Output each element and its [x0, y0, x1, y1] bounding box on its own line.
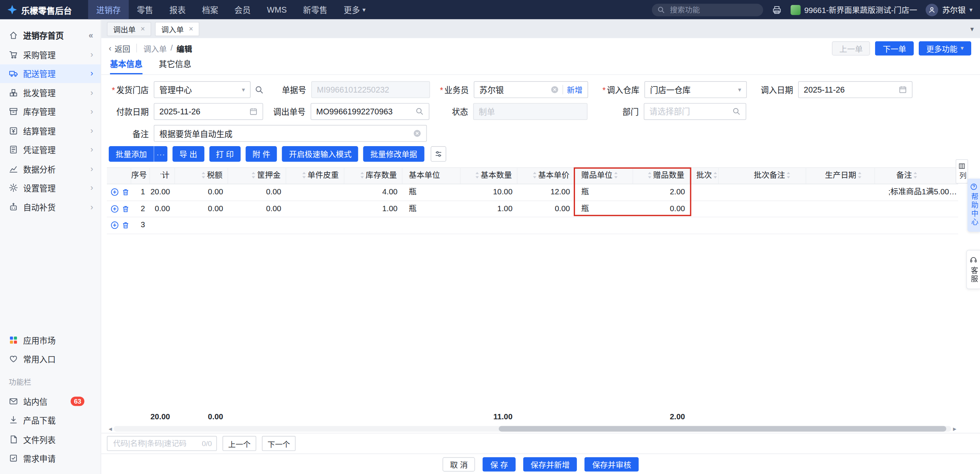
sidebar-item-distribution[interactable]: 配送管理›	[0, 64, 101, 83]
col-basket-deposit[interactable]: 筐押金	[228, 168, 286, 184]
scrollbar-thumb[interactable]	[499, 426, 946, 432]
nav-item-more[interactable]: 更多▾	[336, 0, 374, 20]
col-gift-qty[interactable]: 赠品数量	[633, 168, 690, 184]
sidebar-item-analytics[interactable]: 数据分析›	[0, 159, 101, 178]
nav-item-inventory[interactable]: 进销存	[88, 0, 129, 20]
cell-batch[interactable]	[690, 184, 719, 200]
cell-stock-qty[interactable]: 1.00	[345, 201, 403, 217]
close-icon[interactable]: ×	[140, 25, 145, 33]
doc-tab-transfer-out[interactable]: 调出单 ×	[107, 21, 151, 36]
cell-remark[interactable]: ;标准商品1满5.00…	[875, 184, 958, 200]
batch-edit-button[interactable]: 批量修改单据	[363, 146, 424, 162]
cell-tare[interactable]	[286, 201, 345, 217]
more-actions-button[interactable]: 更多功能 ▾	[919, 41, 971, 55]
collapse-sidebar-icon[interactable]: «	[88, 30, 93, 39]
in-date-field[interactable]	[798, 81, 913, 98]
cell-batch-remark[interactable]	[719, 217, 807, 233]
col-seq[interactable]: 序号	[131, 168, 150, 184]
cell-total[interactable]: 0.00	[150, 201, 175, 217]
cell-gift-qty[interactable]: 0.00	[633, 201, 690, 217]
col-base-unit[interactable]: 基本单位	[402, 168, 461, 184]
nav-item-new-retail[interactable]: 新零售	[295, 0, 335, 20]
salesman-input[interactable]	[479, 85, 547, 94]
pay-date-input[interactable]	[159, 107, 245, 116]
nav-item-wms[interactable]: WMS	[259, 0, 295, 20]
cell-batch-remark[interactable]	[719, 184, 807, 200]
out-doc-no-field[interactable]	[310, 103, 429, 120]
add-row-icon[interactable]	[111, 221, 119, 229]
save-and-new-button[interactable]: 保存并新增	[523, 457, 577, 471]
doc-tab-transfer-in[interactable]: 调入单 ×	[155, 21, 199, 36]
scroll-left-icon[interactable]: ◀	[107, 426, 114, 432]
delete-row-icon[interactable]	[122, 205, 129, 213]
col-base-qty[interactable]: 基本数量	[461, 168, 518, 184]
cell-remark[interactable]	[875, 201, 958, 217]
cell-total[interactable]	[150, 217, 175, 233]
close-icon[interactable]: ×	[189, 25, 193, 33]
cell-tare[interactable]	[286, 217, 345, 233]
calendar-icon[interactable]	[249, 108, 257, 116]
search-icon[interactable]	[416, 108, 424, 116]
grid-settings-button[interactable]	[430, 146, 446, 162]
store-selector[interactable]: 99661-新界面果蔬版测试-门店一	[791, 4, 917, 16]
cell-gift-unit[interactable]: 瓶	[575, 184, 633, 200]
pay-date-field[interactable]	[154, 103, 263, 120]
sidebar-item-app-market[interactable]: 应用市场	[0, 331, 101, 350]
sidebar-item-voucher[interactable]: 凭证管理›	[0, 140, 101, 160]
nav-item-archives[interactable]: 档案	[194, 0, 226, 20]
sidebar-item-favorites[interactable]: 常用入口	[0, 349, 101, 368]
cell-base-qty[interactable]: 1.00	[461, 201, 518, 217]
col-base-price[interactable]: 基本单价	[518, 168, 575, 184]
save-and-audit-button[interactable]: 保存并审核	[585, 457, 639, 471]
sidebar-item-file-list[interactable]: 文件列表	[0, 430, 101, 449]
col-batch[interactable]: 批次	[690, 168, 719, 184]
customer-service-tab[interactable]: 客服	[966, 250, 980, 289]
cell-tare[interactable]	[286, 184, 345, 200]
cell-total[interactable]: 20.00	[150, 184, 175, 200]
next-doc-button[interactable]: 下一单	[875, 41, 913, 55]
in-date-input[interactable]	[804, 85, 895, 94]
cell-base-price[interactable]: 12.00	[518, 184, 575, 200]
ship-store-select[interactable]: 管理中心 ▾	[154, 81, 251, 98]
cell-batch-remark[interactable]	[719, 201, 807, 217]
table-row[interactable]: 3	[107, 217, 958, 234]
cell-tax[interactable]	[175, 217, 228, 233]
nav-item-members[interactable]: 会员	[226, 0, 259, 20]
cell-batch[interactable]	[690, 201, 719, 217]
cell-stock-qty[interactable]: 4.00	[345, 184, 403, 200]
cell-batch[interactable]	[690, 217, 719, 233]
sidebar-item-product-download[interactable]: 产品下载	[0, 410, 101, 430]
search-icon[interactable]	[732, 108, 740, 116]
cell-base-qty[interactable]: 10.00	[461, 184, 518, 200]
export-button[interactable]: 导 出	[173, 146, 204, 162]
add-row-icon[interactable]	[111, 188, 119, 196]
attachment-button[interactable]: 附 件	[246, 146, 277, 162]
cell-gift-unit[interactable]	[575, 217, 633, 233]
in-warehouse-select[interactable]: 门店一仓库 ▾	[644, 81, 747, 98]
global-search[interactable]	[652, 3, 763, 16]
sidebar-item-settlement[interactable]: 结算管理›	[0, 121, 101, 140]
salesman-field[interactable]: 新增	[474, 81, 588, 98]
help-center-tab[interactable]: 帮助中心	[967, 179, 980, 232]
calendar-icon[interactable]	[899, 86, 907, 94]
col-stock-qty[interactable]: 库存数量	[345, 168, 403, 184]
tab-other-info[interactable]: 其它信息	[159, 57, 191, 74]
cell-gift-unit[interactable]: 瓶	[575, 201, 633, 217]
cell-base-unit[interactable]: 瓶	[402, 201, 461, 217]
cell-base-unit[interactable]	[402, 217, 461, 233]
breadcrumb-parent[interactable]: 调入单	[143, 42, 167, 54]
column-settings-tab[interactable]: 列	[956, 159, 968, 183]
cell-gift-qty[interactable]: 2.00	[633, 184, 690, 200]
horizontal-scrollbar[interactable]: ◀ ▶	[107, 425, 958, 432]
speed-input-mode-button[interactable]: 开启极速输入模式	[282, 146, 358, 162]
sidebar-item-settings[interactable]: 设置管理›	[0, 178, 101, 197]
cell-tax[interactable]: 0.00	[175, 201, 228, 217]
cell-prod-date[interactable]	[806, 184, 875, 200]
tab-basic-info[interactable]: 基本信息	[110, 57, 142, 74]
scroll-right-icon[interactable]: ▶	[951, 426, 958, 432]
delete-row-icon[interactable]	[122, 221, 129, 229]
cell-basket-deposit[interactable]: 0.00	[228, 201, 286, 217]
table-row[interactable]: 2 0.00 0.00 0.00 1.00 瓶 1.00 0.00 瓶 0.00	[107, 201, 958, 217]
sidebar-item-home[interactable]: 进销存首页 «	[0, 25, 101, 45]
cell-basket-deposit[interactable]	[228, 217, 286, 233]
